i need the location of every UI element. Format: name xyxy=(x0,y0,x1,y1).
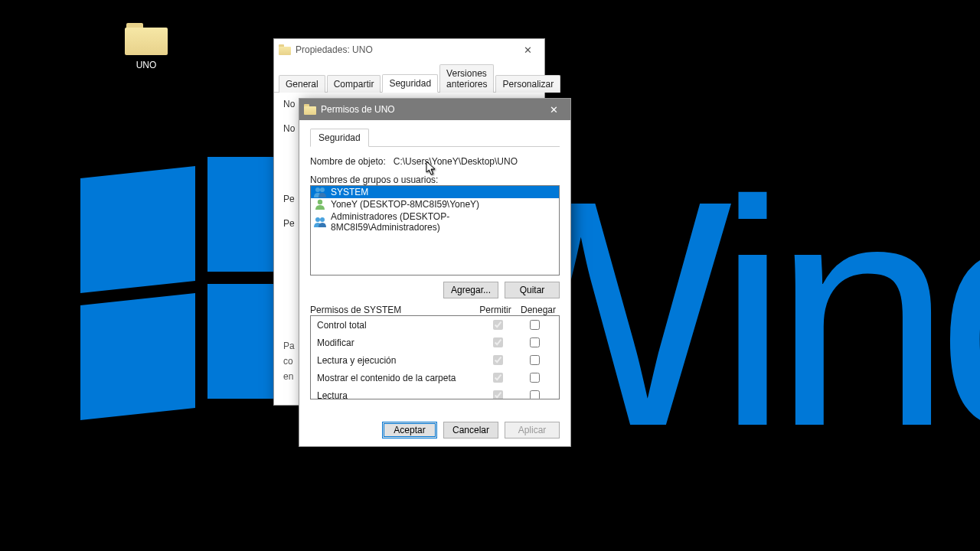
permission-name: Mostrar el contenido de la carpeta xyxy=(317,373,479,383)
permissions-table: Control totalModificarLectura y ejecució… xyxy=(310,315,560,399)
deny-checkbox[interactable] xyxy=(530,337,540,347)
close-icon[interactable]: ✕ xyxy=(511,39,544,60)
group-item[interactable]: YoneY (DESKTOP-8MC8I59\YoneY) xyxy=(311,198,559,210)
svg-point-0 xyxy=(315,187,320,192)
permission-row: Lectura xyxy=(311,386,559,399)
ok-button[interactable]: Aceptar xyxy=(382,422,437,439)
desktop-folder-uno[interactable]: UNO xyxy=(115,23,178,70)
properties-tabs: GeneralCompartirSeguridadVersiones anter… xyxy=(274,60,544,93)
tab-personalizar[interactable]: Personalizar xyxy=(495,75,560,93)
permissions-title: Permisos de UNO xyxy=(321,104,395,115)
deny-checkbox[interactable] xyxy=(530,390,540,399)
group-item[interactable]: Administradores (DESKTOP-8MC8I59\Adminis… xyxy=(311,210,559,233)
svg-point-3 xyxy=(315,217,320,222)
desktop-folder-label: UNO xyxy=(115,60,178,70)
folder-icon xyxy=(304,104,316,115)
permissions-titlebar[interactable]: Permisos de UNO ✕ xyxy=(299,99,570,120)
permission-name: Lectura y ejecución xyxy=(317,355,479,366)
allow-checkbox[interactable] xyxy=(493,373,503,383)
deny-checkbox[interactable] xyxy=(530,373,540,383)
permission-name: Control total xyxy=(317,320,479,331)
permissions-tabs: Seguridad xyxy=(310,126,560,147)
allow-checkbox[interactable] xyxy=(493,355,503,365)
tab-seguridad[interactable]: Seguridad xyxy=(310,129,369,147)
group-item-label: SYSTEM xyxy=(331,187,368,197)
permission-name: Lectura xyxy=(317,390,479,399)
group-icon xyxy=(314,217,326,227)
object-name-value: C:\Users\YoneY\Desktop\UNO xyxy=(394,156,518,167)
svg-point-1 xyxy=(320,187,325,192)
tab-general[interactable]: General xyxy=(279,75,325,93)
allow-checkbox[interactable] xyxy=(493,337,503,347)
apply-button[interactable]: Aplicar xyxy=(505,422,560,439)
groups-label: Nombres de grupos o usuarios: xyxy=(310,174,560,185)
deny-checkbox[interactable] xyxy=(530,355,540,365)
groups-list[interactable]: SYSTEMYoneY (DESKTOP-8MC8I59\YoneY)Admin… xyxy=(310,185,560,276)
svg-point-2 xyxy=(318,200,322,204)
group-item[interactable]: SYSTEM xyxy=(311,186,559,198)
permissions-dialog[interactable]: Permisos de UNO ✕ Seguridad Nombre de ob… xyxy=(299,98,571,447)
permission-name: Modificar xyxy=(317,337,479,348)
allow-checkbox[interactable] xyxy=(493,390,503,399)
permission-row: Lectura y ejecución xyxy=(311,351,559,369)
column-deny: Denegar xyxy=(517,305,560,315)
tab-seguridad[interactable]: Seguridad xyxy=(382,74,438,93)
folder-icon xyxy=(125,23,168,55)
permission-row: Modificar xyxy=(311,334,559,351)
close-icon[interactable]: ✕ xyxy=(537,99,570,120)
allow-checkbox[interactable] xyxy=(493,320,503,330)
object-name-label: Nombre de objeto: xyxy=(310,156,386,167)
permissions-for-label: Permisos de SYSTEM xyxy=(310,305,474,315)
group-item-label: YoneY (DESKTOP-8MC8I59\YoneY) xyxy=(331,199,479,210)
tab-compartir[interactable]: Compartir xyxy=(327,75,381,93)
tab-versiones-anteriores[interactable]: Versiones anteriores xyxy=(439,64,494,93)
properties-titlebar[interactable]: Propiedades: UNO ✕ xyxy=(274,39,544,60)
permission-row: Control total xyxy=(311,316,559,334)
deny-checkbox[interactable] xyxy=(530,320,540,330)
group-icon xyxy=(314,187,326,197)
cancel-button[interactable]: Cancelar xyxy=(443,422,498,439)
folder-icon xyxy=(279,44,291,55)
add-button[interactable]: Agregar... xyxy=(443,282,498,298)
properties-title: Propiedades: UNO xyxy=(296,44,373,55)
user-icon xyxy=(314,199,326,210)
permission-row: Mostrar el contenido de la carpeta xyxy=(311,369,559,386)
remove-button[interactable]: Quitar xyxy=(505,282,560,298)
svg-point-4 xyxy=(320,217,325,222)
column-allow: Permitir xyxy=(474,305,517,315)
group-item-label: Administradores (DESKTOP-8MC8I59\Adminis… xyxy=(331,211,556,233)
